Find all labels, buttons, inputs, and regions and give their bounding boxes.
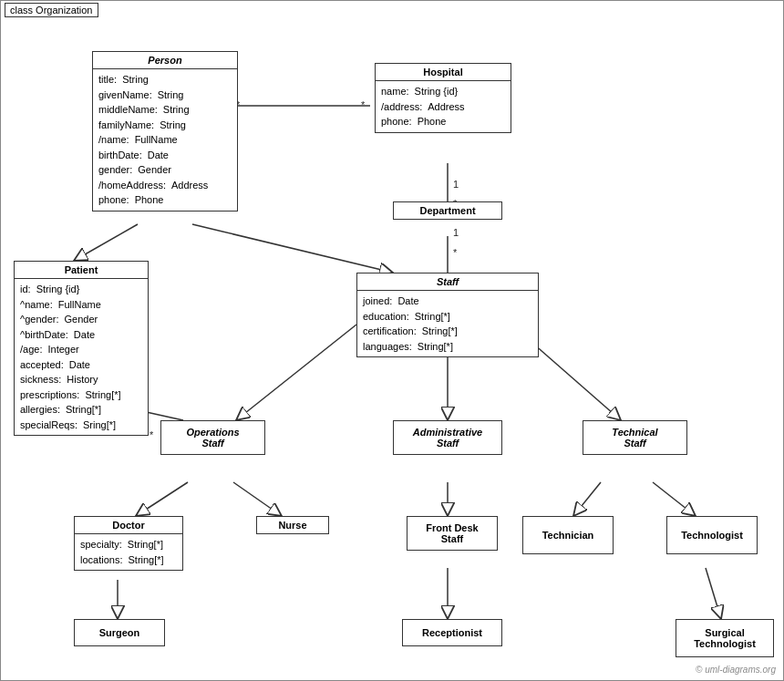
staff-title: Staff (357, 273, 538, 291)
receptionist-box: Receptionist (402, 619, 502, 646)
operations-staff-title: OperationsStaff (161, 421, 264, 454)
mult-hospital-dept-1: 1 (453, 179, 459, 190)
person-attrs: title:String givenName:String middleName… (93, 69, 237, 211)
watermark: © uml-diagrams.org (696, 665, 776, 675)
patient-title: Patient (15, 262, 148, 279)
surgical-technologist-title: SurgicalTechnologist (676, 620, 773, 656)
mult-patient-ops-star: * (150, 429, 153, 440)
hospital-box: Hospital name:String {id} /address:Addre… (375, 63, 511, 133)
surgeon-title: Surgeon (75, 620, 164, 645)
doctor-box: Doctor specialty:String[*] locations:Str… (74, 516, 183, 571)
technical-staff-box: TechnicalStaff (583, 420, 687, 455)
staff-box: Staff joined:Date education:String[*] ce… (356, 273, 539, 357)
staff-attrs: joined:Date education:String[*] certific… (357, 291, 538, 356)
administrative-staff-box: AdministrativeStaff (393, 420, 502, 455)
department-title: Department (394, 202, 501, 219)
svg-line-9 (136, 482, 188, 516)
svg-line-6 (236, 325, 356, 420)
patient-attrs: id:String {id} ^name:FullName ^gender:Ge… (15, 279, 148, 435)
mult-dept-staff-star: * (453, 247, 457, 258)
receptionist-title: Receptionist (403, 620, 501, 645)
nurse-title: Nurse (257, 517, 328, 533)
mult-dept-staff-1: 1 (453, 227, 459, 238)
technician-title: Technician (523, 517, 613, 553)
svg-line-10 (233, 482, 282, 516)
mult-hospital-star: * (361, 99, 365, 110)
svg-line-4 (192, 224, 393, 273)
doctor-title: Doctor (75, 517, 182, 534)
administrative-staff-title: AdministrativeStaff (394, 421, 501, 454)
front-desk-staff-title: Front DeskStaff (407, 517, 497, 550)
doctor-attrs: specialty:String[*] locations:String[*] (75, 534, 182, 570)
diagram-title: class Organization (5, 3, 98, 17)
technician-box: Technician (522, 516, 614, 554)
nurse-box: Nurse (256, 516, 329, 534)
svg-line-3 (74, 224, 138, 261)
technologist-title: Technologist (667, 517, 757, 553)
patient-box: Patient id:String {id} ^name:FullName ^g… (14, 261, 149, 436)
person-box: Person title:String givenName:String mid… (92, 51, 238, 212)
person-title: Person (93, 52, 237, 69)
technical-staff-title: TechnicalStaff (583, 421, 686, 454)
surgeon-box: Surgeon (74, 619, 165, 646)
svg-line-16 (706, 568, 721, 619)
hospital-title: Hospital (376, 64, 511, 81)
operations-staff-box: OperationsStaff (160, 420, 265, 455)
hospital-attrs: name:String {id} /address:Address phone:… (376, 81, 511, 132)
svg-line-12 (573, 482, 601, 516)
technologist-box: Technologist (666, 516, 758, 554)
department-box: Department (393, 201, 502, 220)
svg-line-13 (653, 482, 696, 516)
diagram: class Organization (0, 0, 784, 681)
front-desk-staff-box: Front DeskStaff (407, 516, 498, 551)
surgical-technologist-box: SurgicalTechnologist (676, 619, 774, 657)
